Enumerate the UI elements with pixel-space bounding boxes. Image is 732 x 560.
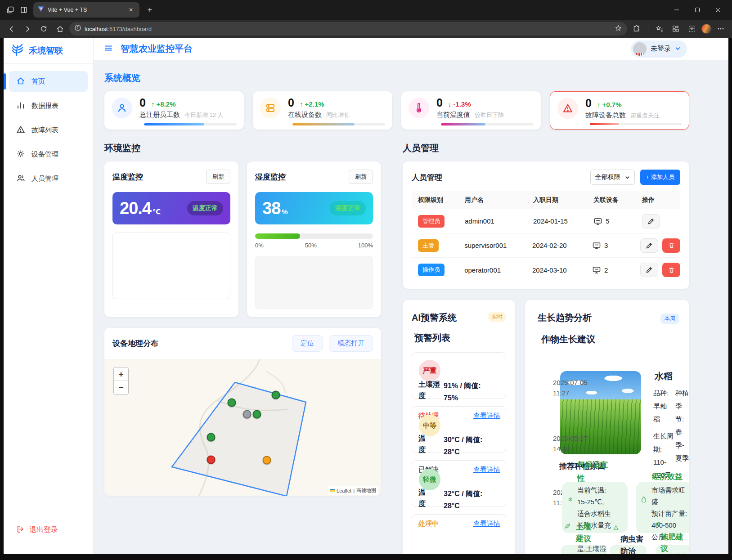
logout-icon xyxy=(16,525,25,535)
url-bar[interactable]: localhost:5173/dashboard xyxy=(69,22,627,36)
bar-chart-icon xyxy=(16,101,25,111)
map-marker[interactable] xyxy=(263,456,271,465)
temperature-card: 温度监控 刷新 20.4℃ 温度正常 xyxy=(104,161,238,317)
trash-icon xyxy=(668,267,675,273)
tab-title: Vite + Vue + TS xyxy=(48,7,123,13)
workspaces-icon[interactable] xyxy=(4,3,17,17)
hamburger-icon[interactable] xyxy=(103,43,113,55)
minimize-button[interactable] xyxy=(666,2,687,18)
leaflet-link[interactable]: Leaflet xyxy=(337,488,351,493)
sidebar-item-home[interactable]: 首页 xyxy=(9,71,88,92)
locate-button[interactable]: 定位 xyxy=(292,335,323,352)
username-cell: admin001 xyxy=(465,217,533,225)
humidity-refresh-button[interactable]: 刷新 xyxy=(349,170,373,184)
close-button[interactable] xyxy=(708,2,728,18)
add-staff-button[interactable]: + 添加人员 xyxy=(640,170,680,185)
leaflet-map[interactable]: + − Leaflet | 高德地图 xyxy=(104,359,381,496)
sidebar-item-label: 首页 xyxy=(31,77,45,86)
growth-subtitle: 作物生长建议 xyxy=(541,333,595,345)
temperature-refresh-button[interactable]: 刷新 xyxy=(206,170,230,184)
open-modal-button[interactable]: 模态打开 xyxy=(329,335,373,352)
stat-delta: ↑ +0.7% xyxy=(597,101,622,108)
url-text: localhost:5173/dashboard xyxy=(85,26,152,32)
server-icon xyxy=(260,98,281,118)
new-tab-button[interactable]: + xyxy=(144,5,156,15)
growth-trend-card: 生长趋势分析 本周 作物生长建议 2025-07-05 11:27 2025-0… xyxy=(525,300,689,554)
ai-alert-card: AI预警系统 实时 预警列表 严重 土壤湿 度 91% / 阈值: 75% xyxy=(403,300,515,554)
temperature-chart-placeholder xyxy=(112,233,230,299)
profile-avatar[interactable] xyxy=(701,24,711,34)
browser-tab[interactable]: Vite + Vue + TS ✕ xyxy=(33,2,139,18)
alert-item: 待处理 查看详情 中等 温 度 30°C / 阈值: 28°C xyxy=(412,406,506,453)
map-marker[interactable] xyxy=(207,433,216,442)
map-marker[interactable] xyxy=(207,456,216,464)
view-details-link[interactable]: 查看详情 xyxy=(473,466,500,474)
tab-strip: Vite + Vue + TS ✕ + xyxy=(0,0,732,20)
favorites-bar-icon[interactable] xyxy=(653,22,666,36)
stat-progress xyxy=(590,123,682,125)
permission-filter-select[interactable]: 全部权限 xyxy=(590,170,635,185)
forward-icon[interactable] xyxy=(21,22,34,36)
vite-logo-icon xyxy=(38,6,44,14)
stat-card-temperature: 0↓ -1.3% 当前温度值较昨日下降 xyxy=(401,91,541,130)
stat-sublabel: 今日新增 12 人 xyxy=(184,111,224,119)
home-icon[interactable] xyxy=(53,22,67,36)
edit-button[interactable] xyxy=(640,238,658,253)
user-menu[interactable]: 未登录 xyxy=(631,40,687,58)
delete-button[interactable] xyxy=(662,238,680,253)
map-marker[interactable] xyxy=(253,410,261,419)
droplet-icon xyxy=(641,496,647,504)
edit-button[interactable] xyxy=(642,214,660,228)
humidity-chart-placeholder xyxy=(255,256,373,309)
refresh-icon[interactable] xyxy=(37,22,50,36)
map-source-link[interactable]: 高德地图 xyxy=(356,487,376,494)
sidebar-item-faults[interactable]: 故障列表 xyxy=(9,120,88,140)
pencil-icon xyxy=(646,242,653,249)
edit-button[interactable] xyxy=(640,263,658,277)
view-details-link[interactable]: 查看详情 xyxy=(473,520,500,528)
monitor-icon xyxy=(592,265,601,274)
tab-close-icon[interactable]: ✕ xyxy=(127,7,135,13)
sidebar-item-label: 人员管理 xyxy=(31,175,58,183)
map-marker[interactable] xyxy=(228,399,236,407)
warning-triangle-icon xyxy=(16,125,25,135)
alert-metric: 温 度 xyxy=(418,433,442,455)
browser-chrome: Vite + Vue + TS ✕ + localhost:5173/dashb… xyxy=(0,0,732,38)
favorite-star-icon[interactable] xyxy=(615,25,622,33)
stat-progress xyxy=(292,123,385,125)
browser-toolbar: localhost:5173/dashboard xyxy=(0,20,732,38)
zoom-in-button[interactable]: + xyxy=(114,367,128,381)
username-cell: supervisor001 xyxy=(464,242,532,249)
site-info-icon[interactable] xyxy=(75,25,81,33)
alert-metric: 温 度 xyxy=(418,487,442,509)
alert-list-title: 预警列表 xyxy=(414,332,506,344)
sidebar-item-reports[interactable]: 数据报表 xyxy=(9,95,88,116)
devices-cell: 2 xyxy=(592,265,640,274)
pest-control-heading: 病虫害 防治 xyxy=(620,533,647,554)
view-details-link[interactable]: 查看详情 xyxy=(473,412,500,420)
tab-actions-icon[interactable] xyxy=(17,3,31,17)
zoom-out-button[interactable]: − xyxy=(114,381,128,394)
sidebar-item-staff[interactable]: 人员管理 xyxy=(9,168,88,189)
hire-date-cell: 2024-01-15 xyxy=(533,217,593,225)
climate-heading: 气候适宜 性 xyxy=(577,458,611,485)
back-icon[interactable] xyxy=(4,22,18,36)
sidebar-item-label: 数据报表 xyxy=(31,102,58,110)
humidity-progress xyxy=(255,233,373,239)
extensions-icon[interactable] xyxy=(630,22,643,36)
logout-button[interactable]: 退出登录 xyxy=(16,525,58,535)
devices-cell: 3 xyxy=(592,241,640,250)
humidity-card-title: 湿度监控 xyxy=(255,172,286,182)
settings-menu-icon[interactable] xyxy=(714,22,728,36)
map-marker[interactable] xyxy=(243,410,251,419)
sidebar-item-devices[interactable]: 设备管理 xyxy=(9,144,88,165)
stat-progress xyxy=(144,123,237,125)
map-marker[interactable] xyxy=(272,391,280,399)
web-capture-icon[interactable] xyxy=(685,22,699,36)
delete-button[interactable] xyxy=(662,263,680,277)
staff-table-row: 管理员 admin001 2024-01-15 5 xyxy=(412,209,680,233)
brand-logo-icon xyxy=(11,43,24,58)
collections-icon[interactable] xyxy=(669,22,683,36)
overview-heading: 系统概览 xyxy=(104,72,689,84)
maximize-button[interactable] xyxy=(687,2,708,18)
